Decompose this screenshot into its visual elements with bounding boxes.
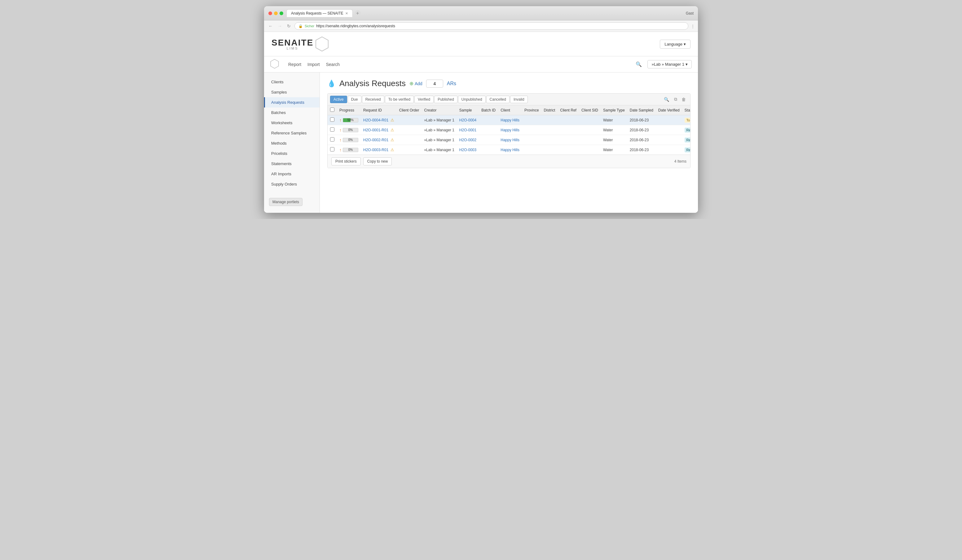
row-date-verified bbox=[656, 135, 682, 145]
row-checkbox[interactable] bbox=[330, 117, 334, 122]
row-checkbox[interactable] bbox=[330, 137, 334, 142]
page-header: 💧 Analysis Requests ⊕ Add ARs bbox=[327, 79, 691, 88]
row-district bbox=[541, 145, 558, 155]
url-text: https://senaite.ridingbytes.com/analysis… bbox=[316, 24, 395, 28]
add-button[interactable]: ⊕ Add bbox=[409, 80, 423, 87]
row-client: Happy Hills bbox=[498, 115, 522, 125]
tab-due[interactable]: Due bbox=[348, 96, 362, 103]
tab-published[interactable]: Published bbox=[434, 96, 457, 103]
row-batch-id bbox=[479, 115, 498, 125]
tab-unpublished[interactable]: Unpublished bbox=[458, 96, 486, 103]
sample-link[interactable]: H2O-0003 bbox=[459, 148, 476, 152]
row-request-id: H2O-0002-R01 ⚠ bbox=[361, 135, 397, 145]
import-nav-link[interactable]: Import bbox=[307, 61, 320, 68]
report-nav-link[interactable]: Report bbox=[288, 61, 301, 68]
sidebar-item-analysis-requests[interactable]: Analysis Requests bbox=[264, 97, 320, 108]
sample-link[interactable]: H2O-0001 bbox=[459, 128, 476, 132]
sidebar-item-supply-orders[interactable]: Supply Orders bbox=[264, 179, 320, 189]
row-checkbox[interactable] bbox=[330, 127, 334, 132]
delete-icon-button[interactable]: 🗑 bbox=[680, 96, 688, 103]
sidebar-item-worksheets[interactable]: Worksheets bbox=[264, 118, 320, 128]
water-drop-icon: 💧 bbox=[327, 80, 336, 88]
row-checkbox-cell bbox=[328, 145, 337, 155]
copy-icon-button[interactable]: ⧉ bbox=[672, 95, 679, 103]
fullscreen-traffic-light[interactable] bbox=[279, 11, 283, 15]
tab-verified[interactable]: Verified bbox=[414, 96, 434, 103]
client-link[interactable]: Happy Hills bbox=[500, 138, 520, 142]
sidebar-item-clients[interactable]: Clients bbox=[264, 77, 320, 87]
th-creator: Creator bbox=[421, 105, 457, 115]
th-date-verified: Date Verified bbox=[656, 105, 682, 115]
header-right: Language ▾ bbox=[660, 40, 691, 48]
search-nav-link[interactable]: Search bbox=[326, 61, 340, 68]
request-id-link[interactable]: H2O-0002-R01 bbox=[363, 138, 388, 142]
sidebar-item-statements[interactable]: Statements bbox=[264, 159, 320, 169]
copy-to-new-button[interactable]: Copy to new bbox=[363, 157, 392, 166]
browser-titlebar: Analysis Requests — SENAITE ✕ + Gast bbox=[264, 6, 698, 21]
ar-count-input[interactable] bbox=[426, 80, 443, 88]
sidebar-item-samples[interactable]: Samples bbox=[264, 87, 320, 97]
secure-label: Sicher bbox=[305, 24, 314, 28]
th-client-order: Client Order bbox=[397, 105, 422, 115]
warning-icon: ⚠ bbox=[391, 118, 394, 122]
app-content: SENAITE LIMS Language ▾ bbox=[264, 32, 698, 213]
tab-close-icon[interactable]: ✕ bbox=[345, 11, 348, 16]
warning-icon: ⚠ bbox=[391, 147, 394, 152]
client-link[interactable]: Happy Hills bbox=[500, 128, 520, 132]
language-button[interactable]: Language ▾ bbox=[660, 40, 691, 48]
row-creator: »Lab » Manager 1 bbox=[421, 145, 457, 155]
tab-to-be-verified[interactable]: To be verified bbox=[385, 96, 414, 103]
row-request-id: H2O-0004-R01 ⚠ bbox=[361, 115, 397, 125]
browser-menu-icon[interactable]: ⋮ bbox=[691, 24, 695, 29]
nav-links: Report Import Search bbox=[288, 61, 340, 68]
url-bar[interactable]: 🔒 Sicher https://senaite.ridingbytes.com… bbox=[294, 22, 688, 30]
new-tab-button[interactable]: + bbox=[355, 10, 361, 16]
reload-button[interactable]: ↻ bbox=[286, 23, 292, 29]
row-client-sid bbox=[579, 145, 600, 155]
sidebar-item-methods[interactable]: Methods bbox=[264, 138, 320, 148]
progress-bar-container: 50% bbox=[343, 118, 358, 122]
manage-portlets-button[interactable]: Manage portlets bbox=[269, 198, 302, 206]
th-request-id: Request ID bbox=[361, 105, 397, 115]
select-all-checkbox[interactable] bbox=[330, 108, 334, 112]
search-button[interactable]: 🔍 bbox=[633, 60, 644, 68]
client-link[interactable]: Happy Hills bbox=[500, 148, 520, 152]
tab-active[interactable]: Active bbox=[330, 96, 347, 103]
minimize-traffic-light[interactable] bbox=[274, 11, 278, 15]
progress-label: 0% bbox=[343, 138, 358, 142]
sample-link[interactable]: H2O-0002 bbox=[459, 138, 476, 142]
svg-marker-0 bbox=[316, 37, 328, 51]
sidebar-item-reference-samples[interactable]: Reference Samples bbox=[264, 128, 320, 138]
row-progress: ↑ 50% bbox=[337, 115, 361, 125]
forward-button[interactable]: → bbox=[276, 23, 283, 29]
browser-tab-active[interactable]: Analysis Requests — SENAITE ✕ bbox=[286, 9, 353, 17]
ars-link[interactable]: ARs bbox=[447, 81, 456, 87]
sample-link[interactable]: H2O-0004 bbox=[459, 118, 476, 122]
print-stickers-button[interactable]: Print stickers bbox=[331, 157, 361, 166]
traffic-lights bbox=[268, 11, 283, 15]
request-id-link[interactable]: H2O-0003-R01 bbox=[363, 148, 388, 152]
request-id-link[interactable]: H2O-0001-R01 bbox=[363, 128, 388, 132]
th-client: Client bbox=[498, 105, 522, 115]
row-checkbox[interactable] bbox=[330, 147, 334, 151]
row-creator: »Lab » Manager 1 bbox=[421, 125, 457, 135]
th-district: District bbox=[541, 105, 558, 115]
table-search-button[interactable]: 🔍 bbox=[661, 96, 671, 103]
row-state: Received bbox=[682, 125, 691, 135]
client-link[interactable]: Happy Hills bbox=[500, 118, 520, 122]
th-date-sampled: Date Sampled bbox=[627, 105, 656, 115]
sidebar-item-pricelists[interactable]: Pricelists bbox=[264, 148, 320, 159]
sidebar-item-ar-imports[interactable]: AR Imports bbox=[264, 169, 320, 179]
priority-icon: ↑ bbox=[339, 128, 342, 133]
user-nav-button[interactable]: »Lab » Manager 1 ▾ bbox=[647, 60, 692, 68]
tab-invalid[interactable]: Invalid bbox=[510, 96, 528, 103]
request-id-link[interactable]: H2O-0004-R01 bbox=[363, 118, 388, 122]
sidebar-item-batches[interactable]: Batches bbox=[264, 108, 320, 118]
tab-cancelled[interactable]: Cancelled bbox=[486, 96, 510, 103]
tab-received[interactable]: Received bbox=[362, 96, 384, 103]
close-traffic-light[interactable] bbox=[268, 11, 272, 15]
back-button[interactable]: ← bbox=[267, 23, 274, 29]
logo-hexagon-icon bbox=[315, 36, 329, 52]
table-body: ↑ 50% H2O-0004-R01 ⚠ »Lab » Manager 1 H2… bbox=[328, 115, 691, 155]
row-batch-id bbox=[479, 145, 498, 155]
